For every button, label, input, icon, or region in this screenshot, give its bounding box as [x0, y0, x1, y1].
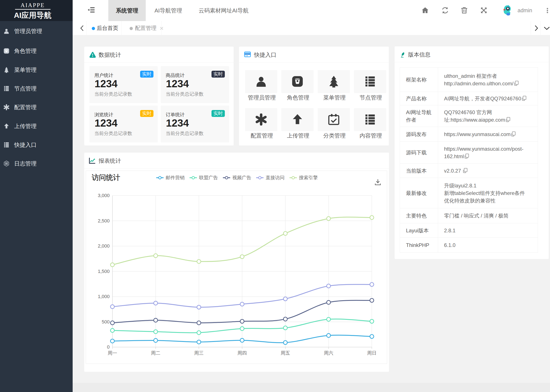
svg-text:周三: 周三: [194, 350, 203, 356]
svg-text:2,500: 2,500: [98, 218, 110, 224]
svg-text:2,000: 2,000: [98, 243, 110, 249]
svg-text:3,000: 3,000: [98, 193, 110, 198]
svg-text:0: 0: [107, 344, 110, 350]
svg-text:500: 500: [102, 319, 110, 324]
svg-text:周四: 周四: [237, 350, 247, 356]
svg-text:1,500: 1,500: [98, 269, 110, 274]
svg-text:1,000: 1,000: [98, 294, 110, 299]
svg-text:周一: 周一: [108, 350, 117, 356]
svg-text:周日: 周日: [367, 350, 376, 356]
svg-text:周二: 周二: [151, 350, 160, 356]
svg-text:周六: 周六: [324, 350, 333, 356]
svg-text:周五: 周五: [281, 350, 290, 356]
